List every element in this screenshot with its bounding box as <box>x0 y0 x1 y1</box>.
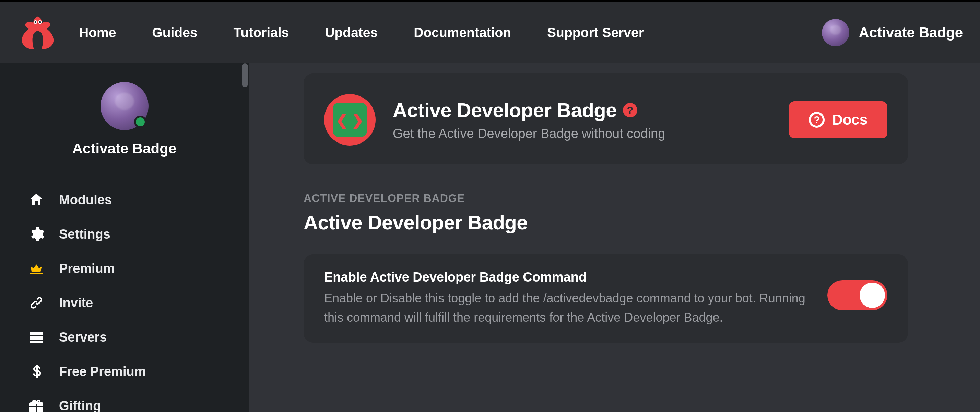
sidebar-item-label: Free Premium <box>59 364 146 379</box>
module-title: Active Developer Badge <box>393 99 617 121</box>
sidebar-item-modules[interactable]: Modules <box>27 183 249 217</box>
nav-tutorials[interactable]: Tutorials <box>234 25 289 40</box>
sidebar-scrollbar[interactable] <box>242 63 248 87</box>
docs-button[interactable]: ? Docs <box>789 101 888 138</box>
nav-support-server[interactable]: Support Server <box>547 25 644 40</box>
profile-block: Activate Badge <box>0 82 249 157</box>
nav-home[interactable]: Home <box>79 25 116 40</box>
sidebar-item-settings[interactable]: Settings <box>27 217 249 251</box>
module-header-card: ❮❯ Active Developer Badge ? Get the Acti… <box>304 73 908 164</box>
sidebar-item-free-premium[interactable]: Free Premium <box>27 355 249 389</box>
docs-button-label: Docs <box>832 112 867 128</box>
profile-name: Activate Badge <box>72 141 176 157</box>
setting-description: Enable or Disable this toggle to add the… <box>324 289 814 327</box>
sidebar-item-label: Premium <box>59 261 115 276</box>
svg-point-2 <box>35 21 37 23</box>
dollar-icon <box>27 362 45 380</box>
question-circle-icon: ? <box>809 112 825 128</box>
header: Home Guides Tutorials Updates Documentat… <box>0 2 980 63</box>
module-badge-icon: ❮❯ <box>324 94 375 145</box>
svg-point-3 <box>39 21 41 23</box>
sidebar-item-label: Invite <box>59 295 93 310</box>
nav-guides[interactable]: Guides <box>152 25 197 40</box>
setting-row: Enable Active Developer Badge Command En… <box>304 254 908 343</box>
user-avatar-icon <box>822 19 849 46</box>
help-icon[interactable]: ? <box>623 103 637 117</box>
sidebar-item-label: Settings <box>59 227 110 242</box>
online-status-icon <box>134 116 146 128</box>
toggle-knob <box>860 283 885 308</box>
nav-updates[interactable]: Updates <box>325 25 378 40</box>
server-icon <box>27 328 45 346</box>
setting-title: Enable Active Developer Badge Command <box>324 270 814 284</box>
section-title: Active Developer Badge <box>304 211 908 234</box>
nav-documentation[interactable]: Documentation <box>414 25 511 40</box>
home-icon <box>27 191 45 209</box>
sidebar-item-invite[interactable]: Invite <box>27 286 249 320</box>
top-nav: Home Guides Tutorials Updates Documentat… <box>79 25 822 40</box>
sidebar-item-gifting[interactable]: Gifting <box>27 389 249 412</box>
sidebar-item-servers[interactable]: Servers <box>27 320 249 355</box>
sidebar-item-label: Modules <box>59 193 112 208</box>
gift-icon <box>27 397 45 412</box>
header-user[interactable]: Activate Badge <box>822 19 963 46</box>
sidebar-item-premium[interactable]: Premium <box>27 251 249 286</box>
module-subtitle: Get the Active Developer Badge without c… <box>393 126 772 141</box>
sidebar: Activate Badge Modules Settings Premium <box>0 63 249 412</box>
enable-command-toggle[interactable] <box>827 280 888 310</box>
section-eyebrow: ACTIVE DEVELOPER BADGE <box>304 192 908 204</box>
main-content: ❮❯ Active Developer Badge ? Get the Acti… <box>249 63 980 412</box>
app-logo[interactable] <box>17 12 58 53</box>
link-icon <box>27 294 45 312</box>
header-username: Activate Badge <box>859 24 963 41</box>
sidebar-item-label: Gifting <box>59 399 101 412</box>
crown-icon <box>27 260 45 278</box>
gear-icon <box>27 225 45 243</box>
sidebar-item-label: Servers <box>59 330 107 345</box>
